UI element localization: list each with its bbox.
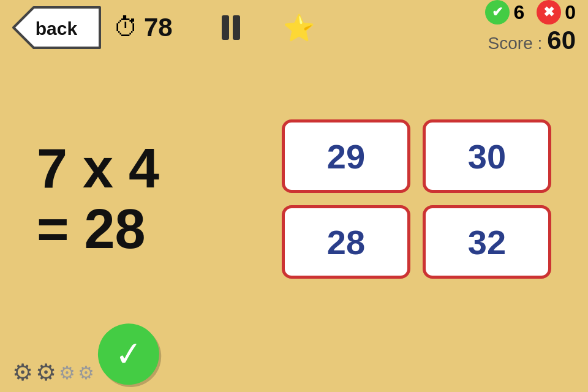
correct-badge-wrapper: ✓	[74, 325, 159, 386]
answer-button-32[interactable]: 32	[423, 205, 551, 279]
score-area: ✔ 6 ✖ 0 Score : 60	[485, 0, 576, 55]
equation-line2: = 28	[37, 199, 282, 260]
answer-button-30[interactable]: 30	[423, 119, 551, 193]
correct-icon: ✔	[485, 0, 510, 24]
top-bar: back ⏱ 78 ⭐ ✔ 6 ✖ 0 Score : 60	[0, 0, 588, 55]
answer-value-29: 29	[327, 137, 365, 176]
svg-text:back: back	[36, 18, 78, 39]
wrong-value: 0	[565, 1, 576, 24]
score-label: Score :	[488, 34, 543, 53]
correct-badge: ✓	[96, 321, 162, 387]
score-value: 60	[547, 26, 576, 55]
answer-button-29[interactable]: 29	[282, 119, 410, 193]
star-icon: ⭐	[283, 13, 315, 43]
gear-icon-1[interactable]: ⚙	[12, 359, 33, 386]
main-content: 7 x 4 = 28 29 30 28 32	[0, 55, 588, 343]
correct-badge-icon: ✓	[113, 333, 144, 375]
correct-value: 6	[513, 1, 524, 24]
answer-value-28: 28	[327, 222, 365, 262]
pause-bar-right	[233, 15, 240, 40]
pause-button[interactable]	[222, 15, 240, 40]
answer-button-28[interactable]: 28	[282, 205, 410, 279]
answer-value-32: 32	[468, 222, 506, 262]
equation-line1: 7 x 4	[37, 138, 282, 199]
wrong-count: ✖ 0	[537, 0, 576, 24]
answer-value-30: 30	[468, 137, 506, 176]
timer-icon: ⏱	[113, 13, 139, 42]
correct-count: ✔ 6	[485, 0, 524, 24]
gear-icon-3[interactable]: ⚙	[59, 362, 75, 383]
wrong-icon: ✖	[537, 0, 561, 24]
back-button[interactable]: back	[12, 6, 101, 49]
equation-area: 7 x 4 = 28	[37, 138, 282, 260]
bottom-bar: ⚙ ⚙ ⚙ ⚙ ✓	[0, 359, 588, 386]
timer-value: 78	[144, 13, 173, 42]
gear-icon-2[interactable]: ⚙	[36, 359, 56, 386]
answers-area: 29 30 28 32	[282, 119, 551, 279]
timer-area: ⏱ 78	[113, 13, 173, 42]
pause-bar-left	[222, 15, 229, 40]
